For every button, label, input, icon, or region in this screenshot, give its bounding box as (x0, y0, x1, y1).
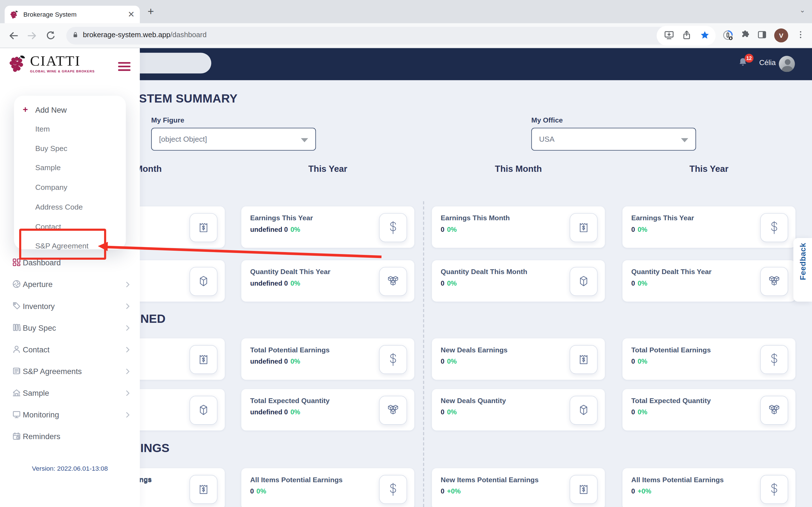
reload-button[interactable] (45, 30, 57, 42)
stat-card-title: Earnings This Month (441, 214, 510, 222)
stat-card-title: New Deals Quantity (441, 397, 506, 405)
menu-item-item[interactable]: Item (14, 122, 126, 137)
stat-value: undefined 0 (250, 408, 288, 416)
menu-item-label: Address Code (35, 203, 83, 211)
my-office-select[interactable]: USA (531, 128, 696, 151)
my-figure-label: My Figure (151, 116, 184, 124)
feedback-tab[interactable]: Feedback (794, 238, 812, 302)
new-tab-button[interactable]: + (147, 5, 154, 17)
search-input[interactable] (128, 53, 211, 73)
stat-card-value: 00% (631, 226, 647, 233)
menu-item-sample[interactable]: Sample (14, 161, 126, 176)
chevron-right-icon (125, 368, 130, 374)
brand-tagline: GLOBAL WINE & GRAPE BROKERS (30, 69, 95, 73)
stat-percent: 0% (290, 279, 300, 287)
sidebar-item-label: Inventory (23, 302, 55, 311)
stat-percent: 0% (290, 357, 300, 365)
dollar-icon (379, 475, 407, 504)
browser-window: Brokerage System ✕ + ⌄ brokerage-system.… (0, 0, 812, 507)
url-path: /dashboard (170, 31, 207, 39)
stat-card-title: Quantity Dealt This Month (441, 268, 527, 276)
stat-percent: +0% (447, 487, 461, 495)
user-name[interactable]: Célia (759, 59, 776, 67)
menu-item-label: Sample (35, 164, 61, 172)
stat-card: New Deals Quantity00% (432, 389, 605, 431)
browser-tab[interactable]: Brokerage System ✕ (5, 6, 140, 23)
share-icon[interactable] (681, 30, 693, 42)
sidebar-item-label: Contact (23, 345, 50, 354)
receipt-icon (190, 345, 217, 374)
tab-overflow-chevron-icon[interactable]: ⌄ (800, 6, 805, 14)
sidebar-item-label: Monitoring (23, 410, 59, 419)
stat-card-title: Total Potential Earnings (631, 346, 711, 354)
hamburger-menu-icon[interactable] (118, 62, 131, 73)
stat-percent: 0% (257, 487, 266, 495)
stat-card-value: undefined 00% (250, 357, 300, 365)
occluded-card-title-fragment: ngs (139, 475, 152, 483)
forward-button[interactable] (26, 30, 38, 42)
dollar-icon (379, 213, 407, 242)
inventory-icon (12, 301, 21, 311)
back-button[interactable] (7, 30, 20, 42)
lock-icon (71, 31, 84, 43)
stat-percent: 0% (638, 357, 647, 365)
cube-icon (569, 267, 598, 296)
stat-percent: 0% (447, 408, 457, 416)
sidebar-item-monitoring[interactable]: Monitoring (0, 408, 140, 426)
section-heading: INGS (140, 441, 169, 455)
dollar-icon (760, 213, 788, 242)
browser-profile-avatar[interactable]: V (774, 29, 788, 43)
chevron-down-icon (301, 138, 308, 142)
stat-card: All Items Potential Earnings0+0% (622, 468, 795, 507)
dollar-icon (379, 345, 407, 374)
sidebar-item-inventory[interactable]: Inventory (0, 299, 140, 317)
stat-value: undefined 0 (250, 226, 288, 233)
stat-value: 0 (441, 279, 444, 287)
side-panel-icon[interactable] (756, 30, 769, 42)
stat-card-value: 00% (441, 226, 457, 233)
stat-card-value: undefined 00% (250, 279, 300, 287)
browser-tab-strip: Brokerage System ✕ + ⌄ (0, 0, 812, 23)
my-figure-value: [object Object] (159, 135, 207, 143)
stat-card-title: Total Expected Quantity (250, 397, 329, 405)
stat-value: 0 (441, 408, 444, 416)
stat-card-title: All Items Potential Earnings (631, 476, 724, 484)
monitoring-icon (12, 410, 21, 419)
tab-close-icon[interactable]: ✕ (128, 10, 135, 18)
sidebar-item-s-p-agreements[interactable]: S&P Agreements (0, 365, 140, 382)
add-new-menu-header[interactable]: +Add New (14, 103, 126, 118)
sidebar-item-aperture[interactable]: Aperture (0, 278, 140, 295)
sidebar-item-reminders[interactable]: Reminders (0, 430, 140, 447)
plus-icon: + (23, 105, 28, 115)
sidebar-item-contact[interactable]: Contact (0, 343, 140, 360)
user-avatar[interactable] (779, 56, 795, 72)
menu-item-buy-spec[interactable]: Buy Spec (14, 141, 126, 157)
password-manager-extension-icon[interactable] (722, 30, 734, 42)
cubes-icon (379, 267, 407, 296)
menu-item-company[interactable]: Company (14, 180, 126, 195)
stat-percent: 0% (290, 226, 300, 233)
cube-icon (190, 267, 217, 296)
bookmark-star-icon[interactable] (699, 30, 712, 42)
stat-card: Quantity Dealt This Month00% (432, 260, 605, 302)
stat-card-title: New Deals Earnings (441, 346, 507, 354)
stat-percent: 0% (638, 408, 647, 416)
install-app-icon[interactable] (663, 30, 676, 42)
stat-card-title: New Items Potential Earnings (441, 476, 539, 484)
column-header: This Year (622, 164, 795, 174)
sidebar-item-sample[interactable]: Sample (0, 386, 140, 404)
sidebar-item-buy-spec[interactable]: Buy Spec (0, 321, 140, 339)
section-heading: NED (140, 312, 165, 326)
menu-item-address-code[interactable]: Address Code (14, 200, 126, 215)
extensions-puzzle-icon[interactable] (740, 30, 753, 42)
dollar-icon (760, 345, 788, 374)
browser-menu-dots-icon[interactable] (795, 30, 808, 42)
stat-percent: 0% (638, 279, 647, 287)
stat-card-value: 00% (631, 357, 647, 365)
stat-card-value: 00% (631, 279, 647, 287)
add-new-label: Add New (35, 106, 67, 114)
my-figure-select[interactable]: [object Object] (151, 128, 316, 151)
my-office-label: My Office (531, 116, 563, 124)
contact-icon (12, 344, 21, 354)
stat-card-value: 00% (441, 357, 457, 365)
